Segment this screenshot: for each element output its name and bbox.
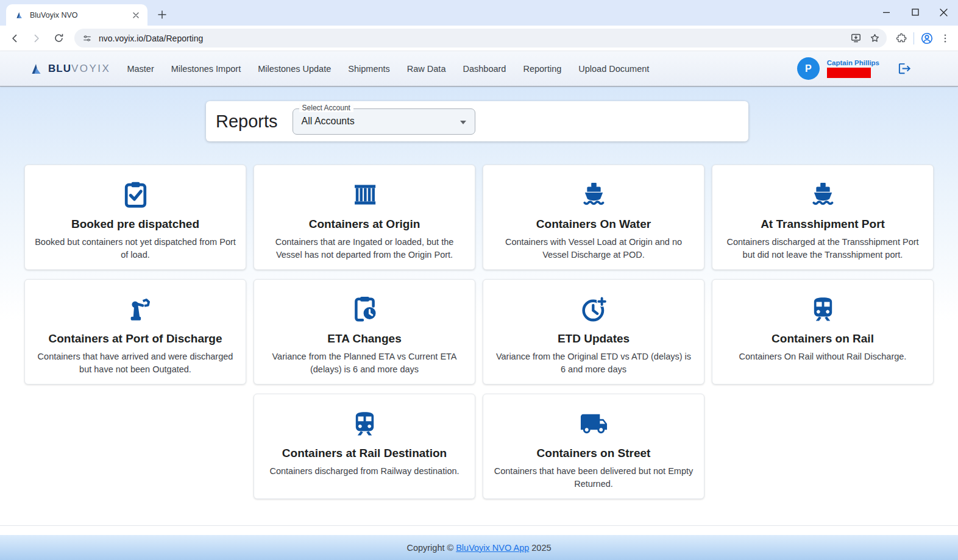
report-card-title: Containers at Origin: [309, 218, 420, 231]
report-card-description: Containers discharged at the Transshipme…: [722, 236, 923, 261]
report-card-containers-on-street[interactable]: Containers on StreetContainers that have…: [483, 394, 704, 499]
train-icon: [350, 408, 379, 439]
clipboard-clock-icon: [350, 293, 379, 325]
account-select-value: All Accounts: [302, 116, 355, 127]
ship-icon: [580, 179, 608, 210]
content-divider: [0, 525, 958, 535]
footer-app-link[interactable]: BluVoyix NVO App: [456, 543, 529, 553]
brand-text-light: VOYIX: [71, 63, 110, 74]
report-card-title: ETD Updates: [558, 332, 630, 346]
report-card-description: Containers On Rail without Rail Discharg…: [739, 350, 907, 363]
nav-item-raw-data[interactable]: Raw Data: [407, 64, 446, 74]
brand-logo-icon: [29, 62, 44, 76]
report-card-containers-at-rail-destination[interactable]: Containers at Rail DestinationContainers…: [254, 394, 475, 499]
tab-close-icon[interactable]: [130, 10, 141, 21]
report-card-containers-on-water[interactable]: Containers On WaterContainers with Vesse…: [483, 165, 704, 270]
bookmark-star-icon[interactable]: [869, 32, 881, 44]
report-card-title: At Transshipment Port: [761, 218, 885, 231]
truck-icon: [580, 408, 608, 439]
nav-item-milestones-import[interactable]: Milestones Import: [171, 64, 241, 74]
footer-copyright-prefix: Copyright ©: [406, 543, 453, 553]
tab-favicon-icon: [15, 10, 24, 20]
clipboard-check-icon: [121, 179, 150, 210]
report-card-description: Containers that are Ingated or loaded, b…: [264, 236, 465, 261]
tab-title: BluVoyix NVO: [30, 11, 125, 19]
report-card-description: Booked but containers not yet dispatched…: [35, 236, 236, 261]
report-card-title: Containers On Water: [536, 218, 651, 231]
address-bar[interactable]: nvo.voyix.io/Data/Reporting: [74, 29, 887, 48]
nav-item-reporting[interactable]: Reporting: [523, 64, 561, 74]
report-card-description: Variance from the Planned ETA vs Current…: [264, 350, 465, 375]
report-card-title: Containers at Rail Destination: [282, 447, 447, 460]
browser-profile-icon[interactable]: [920, 32, 934, 45]
app-navbar: BLUVOYIX MasterMilestones ImportMileston…: [0, 51, 958, 87]
browser-tab-strip: BluVoyix NVO: [0, 0, 958, 26]
clock-plus-icon: [580, 293, 608, 325]
train-icon: [809, 293, 837, 325]
report-card-title: Containers on Rail: [772, 332, 874, 346]
forward-icon[interactable]: [27, 29, 46, 48]
report-card-description: Containers that have arrived and were di…: [35, 350, 236, 375]
new-tab-button[interactable]: [154, 6, 171, 23]
report-card-containers-on-rail[interactable]: Containers on RailContainers On Rail wit…: [712, 279, 934, 385]
main-content: Reports Select Account All Accounts Book…: [0, 87, 958, 535]
back-icon[interactable]: [5, 29, 24, 48]
account-select-label: Select Account: [299, 104, 353, 112]
reports-panel: Reports Select Account All Accounts: [206, 101, 748, 141]
ship-icon: [809, 179, 837, 210]
nav-item-milestones-update[interactable]: Milestones Update: [258, 64, 331, 74]
window-close-button[interactable]: [929, 0, 958, 24]
report-card-title: Containers on Street: [537, 447, 651, 460]
user-name: Captain Phillips: [827, 59, 879, 66]
window-minimize-button[interactable]: [872, 0, 901, 24]
browser-tab[interactable]: BluVoyix NVO: [6, 4, 147, 26]
nav-links: MasterMilestones ImportMilestones Update…: [127, 64, 649, 74]
toolbar-separator: [914, 32, 914, 44]
report-card-etd-updates[interactable]: ETD UpdatesVariance from the Original ET…: [483, 279, 704, 385]
account-select[interactable]: Select Account All Accounts: [293, 108, 475, 135]
browser-toolbar: nvo.voyix.io/Data/Reporting: [0, 26, 958, 51]
browser-menu-icon[interactable]: [940, 33, 951, 44]
nav-item-master[interactable]: Master: [127, 64, 154, 74]
window-maximize-button[interactable]: [901, 0, 929, 24]
avatar[interactable]: P: [797, 57, 820, 80]
report-card-title: Containers at Port of Discharge: [48, 332, 222, 346]
report-card-description: Containers that have been delivered but …: [493, 465, 694, 490]
nav-item-dashboard[interactable]: Dashboard: [463, 64, 506, 74]
crane-icon: [121, 293, 150, 325]
footer-copyright-suffix: 2025: [531, 543, 551, 553]
reload-icon[interactable]: [49, 29, 68, 48]
brand-logo[interactable]: BLUVOYIX: [29, 62, 110, 76]
url-text: nvo.voyix.io/Data/Reporting: [99, 34, 844, 43]
columns-icon: [350, 179, 379, 210]
footer: Copyright © BluVoyix NVO App 2025: [0, 535, 958, 560]
report-card-containers-at-port-of-discharge[interactable]: Containers at Port of DischargeContainer…: [24, 279, 246, 385]
page-title: Reports: [216, 112, 278, 132]
report-card-eta-changes[interactable]: ETA ChangesVariance from the Planned ETA…: [254, 279, 475, 385]
report-card-title: ETA Changes: [327, 332, 401, 346]
redacted-user-detail: [827, 68, 871, 78]
site-info-icon[interactable]: [82, 33, 93, 44]
nav-item-shipments[interactable]: Shipments: [348, 64, 390, 74]
report-card-description: Variance from the Original ETD vs ATD (d…: [493, 350, 694, 375]
logout-icon[interactable]: [898, 62, 912, 76]
report-cards-grid: Booked pre dispatchedBooked but containe…: [24, 165, 934, 499]
report-card-at-transshipment-port[interactable]: At Transshipment PortContainers discharg…: [712, 165, 934, 270]
report-card-description: Containers with Vessel Load at Origin an…: [493, 236, 694, 261]
report-card-booked-pre-dispatched[interactable]: Booked pre dispatchedBooked but containe…: [24, 165, 246, 270]
brand-text-bold: BLU: [48, 63, 71, 74]
report-card-description: Containers discharged from Railway desti…: [269, 465, 459, 478]
install-app-icon[interactable]: [850, 32, 862, 44]
nav-item-upload-document[interactable]: Upload Document: [578, 64, 649, 74]
extensions-icon[interactable]: [895, 32, 907, 44]
report-card-containers-at-origin[interactable]: Containers at OriginContainers that are …: [254, 165, 475, 270]
report-card-title: Booked pre dispatched: [71, 218, 199, 231]
chevron-down-icon: [460, 121, 466, 124]
user-cluster: P Captain Phillips: [797, 57, 912, 80]
